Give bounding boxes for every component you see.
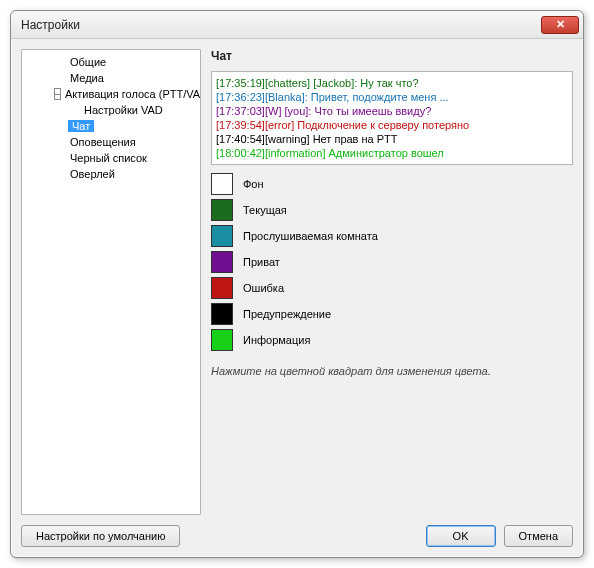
tree-item-5[interactable]: Оповещения xyxy=(24,134,198,150)
chat-msg: Нет прав на PTT xyxy=(310,133,398,145)
chat-line: [17:35:19][chatters] [Jackob]: Ну так чт… xyxy=(216,76,568,90)
chat-line: [17:36:23][Blanka]: Привет, подождите ме… xyxy=(216,90,568,104)
color-row: Прослушиваемая комната xyxy=(211,223,573,249)
chat-time: [18:00:42] xyxy=(216,147,265,159)
tree-leaf-icon xyxy=(68,104,80,116)
tree-item-7[interactable]: Оверлей xyxy=(24,166,198,182)
tree-item-label: Оверлей xyxy=(68,168,117,180)
tree-item-4[interactable]: Чат xyxy=(24,118,198,134)
color-row: Предупреждение xyxy=(211,301,573,327)
chat-msg: Администратор вошел xyxy=(325,147,443,159)
main-row: ОбщиеМедиа–Активация голоса (PTT/VAD)Нас… xyxy=(21,49,573,515)
tree-leaf-icon xyxy=(54,56,66,68)
chat-source: [chatters] [Jackob]: xyxy=(265,77,357,89)
footer: Настройки по умолчанию OK Отмена xyxy=(21,515,573,547)
chat-line: [17:39:54][error] Подключение к серверу … xyxy=(216,118,568,132)
color-label: Фон xyxy=(243,178,264,190)
window-title: Настройки xyxy=(21,18,541,32)
chat-time: [17:36:23] xyxy=(216,91,265,103)
defaults-button[interactable]: Настройки по умолчанию xyxy=(21,525,180,547)
color-swatch[interactable] xyxy=(211,251,233,273)
nav-tree[interactable]: ОбщиеМедиа–Активация голоса (PTT/VAD)Нас… xyxy=(21,49,201,515)
color-label: Текущая xyxy=(243,204,287,216)
ok-button[interactable]: OK xyxy=(426,525,496,547)
color-swatch[interactable] xyxy=(211,173,233,195)
tree-item-label: Чат xyxy=(68,120,94,132)
hint-text: Нажмите на цветной квадрат для изменения… xyxy=(211,359,573,377)
panel-title: Чат xyxy=(211,49,573,65)
color-row: Текущая xyxy=(211,197,573,223)
chat-line: [17:40:54][warning] Нет прав на PTT xyxy=(216,132,568,146)
tree-item-6[interactable]: Черный список xyxy=(24,150,198,166)
chat-source: [warning] xyxy=(265,133,310,145)
tree-leaf-icon xyxy=(54,120,66,132)
chat-msg: Что ты имеешь ввиду? xyxy=(311,105,431,117)
color-swatch[interactable] xyxy=(211,199,233,221)
color-swatch[interactable] xyxy=(211,329,233,351)
color-label: Предупреждение xyxy=(243,308,331,320)
color-label: Ошибка xyxy=(243,282,284,294)
color-swatch[interactable] xyxy=(211,277,233,299)
tree-item-label: Оповещения xyxy=(68,136,138,148)
tree-item-label: Общие xyxy=(68,56,108,68)
titlebar: Настройки ✕ xyxy=(11,11,583,39)
chat-msg: Ну так что? xyxy=(357,77,418,89)
chat-time: [17:37:03] xyxy=(216,105,265,117)
chat-time: [17:40:54] xyxy=(216,133,265,145)
color-label: Приват xyxy=(243,256,280,268)
tree-item-label: Настройки VAD xyxy=(82,104,165,116)
tree-leaf-icon xyxy=(54,168,66,180)
chat-time: [17:39:54] xyxy=(216,119,265,131)
tree-item-2[interactable]: –Активация голоса (PTT/VAD) xyxy=(24,86,198,102)
close-button[interactable]: ✕ xyxy=(541,16,579,34)
settings-window: Настройки ✕ ОбщиеМедиа–Активация голоса … xyxy=(10,10,584,558)
chat-preview: [17:35:19][chatters] [Jackob]: Ну так чт… xyxy=(211,71,573,165)
color-swatch[interactable] xyxy=(211,225,233,247)
tree-item-1[interactable]: Медиа xyxy=(24,70,198,86)
color-row: Фон xyxy=(211,171,573,197)
color-row: Приват xyxy=(211,249,573,275)
tree-item-label: Активация голоса (PTT/VAD) xyxy=(63,88,201,100)
chat-panel: Чат [17:35:19][chatters] [Jackob]: Ну та… xyxy=(207,49,573,515)
color-label: Информация xyxy=(243,334,310,346)
chat-line: [17:37:03][W] [you]: Что ты имеешь ввиду… xyxy=(216,104,568,118)
tree-item-0[interactable]: Общие xyxy=(24,54,198,70)
color-row: Ошибка xyxy=(211,275,573,301)
tree-leaf-icon xyxy=(54,136,66,148)
client-area: ОбщиеМедиа–Активация голоса (PTT/VAD)Нас… xyxy=(11,39,583,557)
tree-leaf-icon xyxy=(54,72,66,84)
chat-msg: Подключение к серверу потеряно xyxy=(294,119,469,131)
chat-line: [18:00:42][information] Администратор во… xyxy=(216,146,568,160)
chat-msg: Привет, подождите меня ... xyxy=(308,91,449,103)
cancel-button[interactable]: Отмена xyxy=(504,525,573,547)
chat-source: [Blanka]: xyxy=(265,91,308,103)
chat-source: [W] [you]: xyxy=(265,105,311,117)
tree-item-3[interactable]: Настройки VAD xyxy=(24,102,198,118)
tree-item-label: Черный список xyxy=(68,152,149,164)
tree-item-label: Медиа xyxy=(68,72,106,84)
color-label: Прослушиваемая комната xyxy=(243,230,378,242)
color-swatch[interactable] xyxy=(211,303,233,325)
chat-source: [error] xyxy=(265,119,294,131)
tree-collapse-icon[interactable]: – xyxy=(54,88,61,100)
tree-leaf-icon xyxy=(54,152,66,164)
color-row: Информация xyxy=(211,327,573,353)
chat-source: [information] xyxy=(265,147,326,159)
chat-time: [17:35:19] xyxy=(216,77,265,89)
